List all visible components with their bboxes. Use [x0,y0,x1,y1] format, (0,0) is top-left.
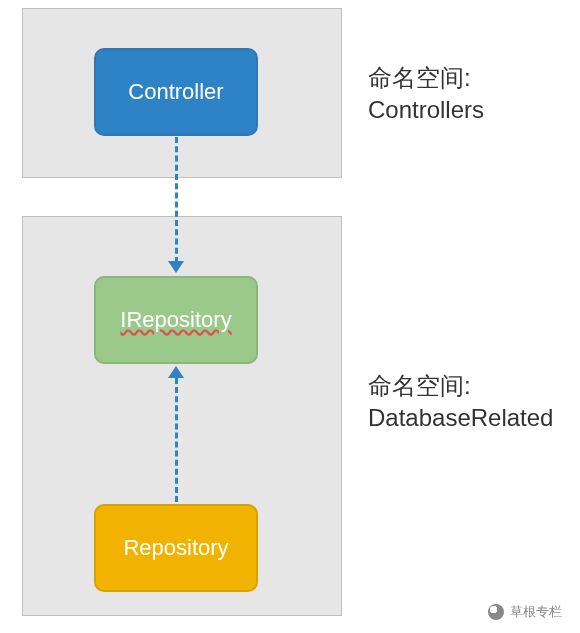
node-irepository: IRepository [94,276,258,364]
namespace-label-prefix: 命名空间: [368,64,471,91]
node-controller: Controller [94,48,258,136]
watermark-text: 草根专栏 [510,603,562,621]
namespace-label-databaserelated: 命名空间: DatabaseRelated [368,370,553,435]
namespace-label-name: DatabaseRelated [368,404,553,431]
node-label: Repository [123,535,228,561]
node-label: Controller [128,79,223,105]
arrow-head-down-icon [168,261,184,273]
namespace-label-name: Controllers [368,96,484,123]
wechat-icon [488,604,504,620]
node-repository: Repository [94,504,258,592]
namespace-label-prefix: 命名空间: [368,372,471,399]
node-label: IRepository [120,307,231,333]
edge-controller-to-irepository [175,137,178,263]
edge-repository-to-irepository [175,378,178,502]
watermark: 草根专栏 [488,603,562,621]
namespace-label-controllers: 命名空间: Controllers [368,62,484,127]
arrow-head-up-icon [168,366,184,378]
